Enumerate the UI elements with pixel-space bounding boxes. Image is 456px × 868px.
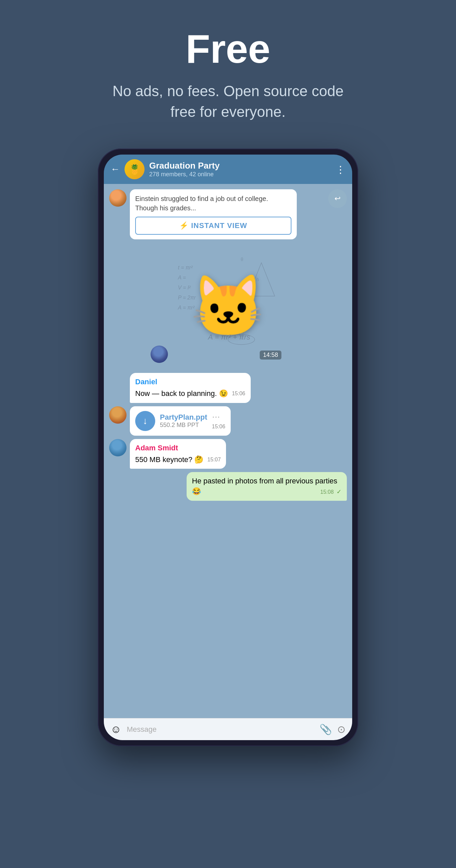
file-bubble-right: ⋯ 15:06 <box>212 412 225 430</box>
file-time: 15:06 <box>212 424 225 430</box>
file-name: PartyPlan.ppt <box>160 413 207 422</box>
phone-screen: ← 🍍 Graduation Party 278 members, 42 onl… <box>104 155 352 740</box>
bolt-icon: ⚡ <box>179 221 188 230</box>
adam-message-time: 15:07 <box>207 456 221 463</box>
file-bubble: ↓ PartyPlan.ppt 550.2 MB PPT ⋯ 15:06 <box>130 406 231 436</box>
chat-info: Graduation Party 278 members, 42 online <box>149 161 331 178</box>
hero-section: Free No ads, no fees. Open source code f… <box>78 0 378 142</box>
chat-menu-button[interactable]: ⋮ <box>335 163 345 175</box>
article-message-row: Einstein struggled to find a job out of … <box>109 189 347 243</box>
hero-title: Free <box>111 27 345 71</box>
chat-header: ← 🍍 Graduation Party 278 members, 42 onl… <box>104 155 352 184</box>
file-message-row: ↓ PartyPlan.ppt 550.2 MB PPT ⋯ 15:06 <box>109 406 347 436</box>
file-info: PartyPlan.ppt 550.2 MB PPT <box>160 413 207 429</box>
article-preview-text: Einstein struggled to find a job out of … <box>135 194 292 213</box>
hero-subtitle: No ads, no fees. Open source code free f… <box>111 81 345 122</box>
members-info: 278 members, 42 online <box>149 171 331 178</box>
sticker-container: t = πr² A = V = l² P = 2πr A = πr² s = √… <box>109 246 347 373</box>
share-button[interactable]: ↩ <box>328 189 347 208</box>
instant-view-label: INSTANT VIEW <box>191 221 247 230</box>
spacer <box>109 385 126 403</box>
my-message-time: 15:08 ✓ <box>321 488 342 496</box>
cat-sticker-emoji: 🐱 <box>191 276 266 336</box>
sticker-timestamp: 14:58 <box>260 350 281 360</box>
daniel-message-row: Daniel Now — back to planning. 😉 15:06 <box>109 373 347 403</box>
svg-text:A =: A = <box>178 275 186 280</box>
file-menu-button[interactable]: ⋯ <box>212 412 220 422</box>
daniel-message-time: 15:06 <box>232 390 245 397</box>
daniel-message-text: Now — back to planning. 😉 <box>135 389 228 398</box>
chat-body: Einstein struggled to find a job out of … <box>104 184 352 718</box>
check-icon: ✓ <box>336 488 341 495</box>
my-message-text: He pasted in photos from all previous pa… <box>192 477 337 495</box>
article-card: Einstein struggled to find a job out of … <box>130 189 297 239</box>
file-sender-avatar <box>109 406 126 424</box>
emoji-button[interactable]: ☺ <box>111 723 122 736</box>
back-button[interactable]: ← <box>111 164 120 175</box>
adam-bubble: Adam Smidt 550 MB keynote? 🤔 15:07 <box>130 439 226 469</box>
adam-message-text: 550 MB keynote? 🤔 <box>135 455 203 464</box>
my-message-row: He pasted in photos from all previous pa… <box>109 472 347 501</box>
phone-outer: ← 🍍 Graduation Party 278 members, 42 onl… <box>98 149 358 746</box>
file-size: 550.2 MB PPT <box>160 422 207 429</box>
input-bar: ☺ Message 📎 ⊙ <box>104 718 352 740</box>
svg-text:θ: θ <box>241 257 243 262</box>
article-bubble-group: Einstein struggled to find a job out of … <box>130 189 325 243</box>
message-input-placeholder[interactable]: Message <box>127 725 314 734</box>
adam-message-row: Adam Smidt 550 MB keynote? 🤔 15:07 <box>109 439 347 469</box>
file-download-button[interactable]: ↓ <box>135 411 155 431</box>
instant-view-button[interactable]: ⚡ INSTANT VIEW <box>135 217 292 235</box>
attachment-button[interactable]: 📎 <box>320 723 332 735</box>
sticker-sender-avatar <box>151 345 168 363</box>
svg-text:t = πr²: t = πr² <box>178 265 193 271</box>
camera-button[interactable]: ⊙ <box>337 723 345 735</box>
daniel-sender-name: Daniel <box>135 377 245 387</box>
sticker-area: t = πr² A = V = l² P = 2πr A = πr² s = √… <box>171 249 285 363</box>
group-avatar: 🍍 <box>124 159 145 179</box>
adam-avatar <box>109 439 126 456</box>
my-bubble: He pasted in photos from all previous pa… <box>187 472 347 501</box>
group-name: Graduation Party <box>149 161 331 171</box>
avatar-girl <box>109 189 126 207</box>
daniel-bubble-text: Daniel Now — back to planning. 😉 15:06 <box>130 373 251 403</box>
phone-wrapper: ← 🍍 Graduation Party 278 members, 42 onl… <box>98 149 358 746</box>
adam-sender-name: Adam Smidt <box>135 443 221 453</box>
svg-text:V = l²: V = l² <box>178 285 191 290</box>
